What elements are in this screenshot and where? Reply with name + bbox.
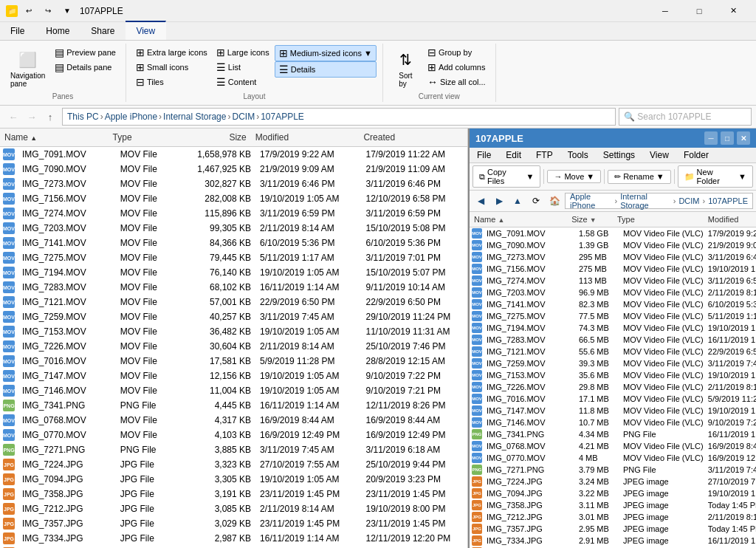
- content-btn[interactable]: ☰ Content: [213, 75, 273, 89]
- close-btn[interactable]: ✕: [716, 0, 750, 22]
- bc-thispc[interactable]: This PC: [67, 112, 99, 122]
- ftp-bc-iphone[interactable]: Apple iPhone: [570, 192, 611, 210]
- list-item[interactable]: MOVIMG_7121.MOV55.6 MBMOV Video File (VL…: [470, 346, 756, 357]
- list-btn[interactable]: ☰ List: [213, 60, 273, 75]
- ftp-move-btn[interactable]: → Move ▼: [547, 170, 601, 183]
- group-by-btn[interactable]: ⊟ Group by: [424, 45, 489, 60]
- ftp-rename-btn[interactable]: ✏ Rename ▼: [608, 170, 670, 184]
- list-item[interactable]: JPGIMG_7334.JPG2.91 MBJPEG image16/11/20…: [470, 535, 756, 547]
- table-row[interactable]: MOVIMG_7273.MOVMOV File302,827 KB3/11/20…: [0, 177, 467, 191]
- table-row[interactable]: JPGIMG_7094.JPGJPG File3,305 KB19/10/201…: [0, 472, 467, 487]
- tab-home[interactable]: Home: [35, 22, 80, 40]
- ftp-menu-ftp[interactable]: FTP: [529, 148, 560, 162]
- maximize-btn[interactable]: □: [682, 0, 716, 22]
- table-row[interactable]: MOVIMG_7016.MOVMOV File17,581 KB5/9/2019…: [0, 354, 467, 369]
- list-item[interactable]: MOVIMG_7147.MOV11.8 MBMOV Video File (VL…: [470, 405, 756, 417]
- sort-btn[interactable]: ⇅ Sortby: [389, 45, 422, 91]
- table-row[interactable]: MOVIMG_7121.MOVMOV File57,001 KB22/9/201…: [0, 295, 467, 309]
- ftp-menu-file[interactable]: File: [470, 148, 498, 162]
- up-btn[interactable]: ↑: [41, 108, 59, 126]
- medium-icons-btn[interactable]: ⊞ Medium-sized icons ▼: [275, 45, 377, 61]
- table-row[interactable]: MOVIMG_7141.MOVMOV File84,366 KB6/10/201…: [0, 236, 467, 250]
- extra-large-icons-btn[interactable]: ⊞ Extra large icons: [132, 45, 211, 60]
- table-row[interactable]: MOVIMG_7090.MOVMOV File1,467,925 KB21/9/…: [0, 162, 467, 177]
- ftp-back-btn[interactable]: ◀: [472, 193, 489, 209]
- quick-access-btn-1[interactable]: ↩: [21, 3, 37, 19]
- list-item[interactable]: JPGIMG_7094.JPG3.22 MBJPEG image19/10/20…: [470, 487, 756, 499]
- ftp-bc-folder[interactable]: 107APPLE: [708, 196, 748, 205]
- tab-file[interactable]: File: [0, 22, 35, 40]
- list-item[interactable]: MOVIMG_7283.MOV66.5 MBMOV Video File (VL…: [470, 334, 756, 346]
- ftp-min-btn[interactable]: ─: [704, 131, 718, 145]
- details-btn[interactable]: ☰ Details: [275, 61, 377, 78]
- list-item[interactable]: PNGIMG_7271.PNG3.79 MBPNG File3/11/2019 …: [470, 464, 756, 476]
- add-columns-btn[interactable]: ⊞ Add columns: [424, 60, 489, 75]
- table-row[interactable]: MOVIMG_7283.MOVMOV File68,102 KB16/11/20…: [0, 280, 467, 295]
- ftp-col-header-size[interactable]: Size ▼: [567, 213, 613, 225]
- list-item[interactable]: MOVIMG_7203.MOV96.9 MBMOV Video File (VL…: [470, 287, 756, 298]
- ftp-menu-folder[interactable]: Folder: [676, 148, 716, 162]
- preview-pane-btn[interactable]: ▤ Preview pane: [51, 45, 120, 60]
- ftp-copy-btn[interactable]: ⧉ Copy Files ▼: [472, 165, 540, 188]
- table-row[interactable]: MOVIMG_7147.MOVMOV File12,156 KB19/10/20…: [0, 369, 467, 383]
- list-item[interactable]: MOVIMG_0768.MOV4.21 MBMOV Video File (VL…: [470, 440, 756, 452]
- col-header-modified[interactable]: Modified: [251, 131, 360, 144]
- table-row[interactable]: PNGIMG_7271.PNGPNG File3,885 KB3/11/2019…: [0, 442, 467, 457]
- ftp-col-header-name[interactable]: Name ▲: [470, 213, 567, 225]
- ftp-menu-edit[interactable]: Edit: [498, 148, 529, 162]
- list-item[interactable]: MOVIMG_7016.MOV17.1 MBMOV Video File (VL…: [470, 393, 756, 405]
- size-columns-btn[interactable]: ↔ Size all col...: [424, 75, 489, 89]
- table-row[interactable]: MOVIMG_7156.MOVMOV File282,008 KB19/10/2…: [0, 191, 467, 206]
- list-item[interactable]: MOVIMG_7259.MOV39.3 MBMOV Video File (VL…: [470, 357, 756, 369]
- ftp-bc-dcim[interactable]: DCIM: [678, 196, 699, 205]
- table-row[interactable]: JPGIMG_7357.JPGJPG File3,029 KB23/11/201…: [0, 516, 467, 531]
- search-box[interactable]: 🔍 Search 107APPLE: [619, 108, 752, 126]
- bc-storage[interactable]: Internal Storage: [163, 112, 226, 122]
- ftp-menu-settings[interactable]: Settings: [596, 148, 642, 162]
- col-header-type[interactable]: Type: [109, 131, 176, 144]
- list-item[interactable]: MOVIMG_7226.MOV29.8 MBMOV Video File (VL…: [470, 381, 756, 393]
- list-item[interactable]: MOVIMG_7275.MOV77.5 MBMOV Video File (VL…: [470, 310, 756, 322]
- forward-btn[interactable]: →: [23, 108, 41, 126]
- details-pane-btn[interactable]: ▤ Details pane: [51, 60, 120, 75]
- list-item[interactable]: JPGIMG_7358.JPG3.11 MBJPEG imageToday 1:…: [470, 499, 756, 511]
- table-row[interactable]: PNGIMG_7341.PNGPNG File4,445 KB16/11/201…: [0, 398, 467, 413]
- ftp-col-header-type[interactable]: Type: [613, 213, 704, 225]
- list-item[interactable]: MOVIMG_7156.MOV275 MBMOV Video File (VLC…: [470, 263, 756, 275]
- list-item[interactable]: MOVIMG_7194.MOV74.3 MBMOV Video File (VL…: [470, 322, 756, 334]
- col-header-size[interactable]: Size: [176, 131, 251, 144]
- large-icons-btn[interactable]: ⊞ Large icons: [213, 45, 273, 60]
- list-item[interactable]: JPGIMG_7357.JPG2.95 MBJPEG imageToday 1:…: [470, 523, 756, 535]
- list-item[interactable]: MOVIMG_7153.MOV35.6 MBMOV Video File (VL…: [470, 369, 756, 381]
- ftp-close-btn[interactable]: ✕: [737, 131, 750, 145]
- table-row[interactable]: MOVIMG_7259.MOVMOV File40,257 KB3/11/201…: [0, 309, 467, 324]
- bc-dcim[interactable]: DCIM: [232, 112, 255, 122]
- col-header-created[interactable]: Created: [359, 131, 467, 144]
- list-item[interactable]: MOVIMG_0770.MOV4 MBMOV Video File (VLC)1…: [470, 452, 756, 464]
- table-row[interactable]: MOVIMG_7275.MOVMOV File79,445 KB5/11/201…: [0, 250, 467, 265]
- list-item[interactable]: MOVIMG_7141.MOV82.3 MBMOV Video File (VL…: [470, 298, 756, 310]
- table-row[interactable]: MOVIMG_7091.MOVMOV File1,658,978 KB17/9/…: [0, 147, 467, 162]
- minimize-btn[interactable]: ─: [648, 0, 682, 22]
- ftp-forward-btn[interactable]: ▶: [491, 193, 507, 209]
- bc-folder[interactable]: 107APPLE: [261, 112, 304, 122]
- back-btn[interactable]: ←: [4, 108, 22, 126]
- list-item[interactable]: MOVIMG_7274.MOV113 MBMOV Video File (VLC…: [470, 275, 756, 287]
- table-row[interactable]: MOVIMG_7194.MOVMOV File76,140 KB19/10/20…: [0, 265, 467, 280]
- tiles-btn[interactable]: ⊟ Tiles: [132, 75, 211, 89]
- table-row[interactable]: MOVIMG_0770.MOVMOV File4,103 KB16/9/2019…: [0, 428, 467, 442]
- ftp-menu-view[interactable]: View: [642, 148, 676, 162]
- list-item[interactable]: MOVIMG_7091.MOV1.58 GBMOV Video File (VL…: [470, 227, 756, 239]
- table-row[interactable]: MOVIMG_7226.MOVMOV File30,604 KB2/11/201…: [0, 339, 467, 354]
- table-row[interactable]: JPGIMG_7224.JPGJPG File3,323 KB27/10/201…: [0, 457, 467, 472]
- table-row[interactable]: JPGIMG_7358.JPGJPG File3,191 KB23/11/201…: [0, 487, 467, 501]
- ftp-refresh-btn[interactable]: ⟳: [528, 193, 544, 209]
- list-item[interactable]: JPGIMG_7212.JPG3.01 MBJPEG image2/11/201…: [470, 511, 756, 523]
- table-row[interactable]: MOVIMG_7203.MOVMOV File99,305 KB2/11/201…: [0, 221, 467, 236]
- list-item[interactable]: MOVIMG_7146.MOV10.7 MBMOV Video File (VL…: [470, 417, 756, 428]
- quick-access-btn-3[interactable]: ▼: [59, 3, 75, 19]
- tab-view[interactable]: View: [126, 21, 166, 40]
- small-icons-btn[interactable]: ⊞ Small icons: [132, 60, 211, 75]
- list-item[interactable]: MOVIMG_7090.MOV1.39 GBMOV Video File (VL…: [470, 239, 756, 251]
- list-item[interactable]: JPGIMG_7224.JPG3.24 MBJPEG image27/10/20…: [470, 476, 756, 487]
